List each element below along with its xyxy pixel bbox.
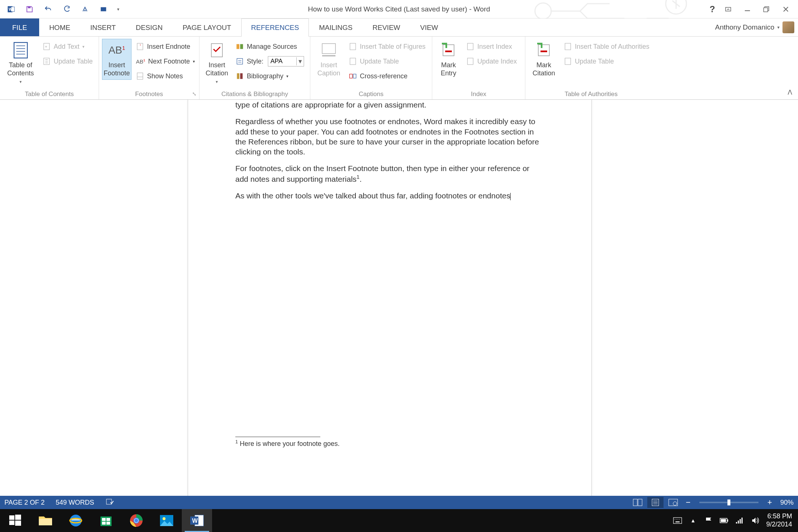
read-mode-icon[interactable] (630, 497, 646, 508)
text-cursor (510, 193, 511, 200)
svg-rect-12 (14, 42, 27, 58)
word-app-icon[interactable]: W (3, 2, 19, 17)
user-account[interactable]: Anthony Domanico ▾ (715, 18, 794, 36)
print-layout-icon[interactable] (647, 497, 664, 508)
mark-citation-button[interactable]: Mark Citation (528, 39, 559, 80)
word-taskbar-icon[interactable]: W (182, 509, 212, 532)
tab-design[interactable]: DESIGN (126, 18, 173, 36)
page-indicator[interactable]: PAGE 2 OF 2 (4, 499, 45, 507)
tab-page-layout[interactable]: PAGE LAYOUT (173, 18, 241, 36)
group-label-footnotes: Footnotes (102, 89, 196, 99)
tab-references[interactable]: REFERENCES (241, 18, 309, 36)
caption-icon (320, 41, 338, 59)
svg-rect-27 (237, 58, 242, 64)
ie-icon[interactable] (61, 509, 91, 532)
insert-authorities-button[interactable]: Insert Table of Authorities (561, 40, 652, 53)
paragraph: type of citations are appropriate for a … (235, 100, 544, 110)
spell-check-icon[interactable] (105, 497, 114, 508)
word-count[interactable]: 549 WORDS (56, 499, 94, 507)
mark-entry-label: Mark Entry (441, 61, 456, 77)
tab-view[interactable]: VIEW (410, 18, 448, 36)
style-combo[interactable]: ▾ (268, 56, 304, 66)
style-value[interactable] (268, 58, 296, 65)
bibliography-button[interactable]: Bibliography ▾ (233, 70, 307, 82)
help-icon[interactable]: ? (706, 3, 718, 15)
web-layout-icon[interactable] (665, 497, 681, 508)
zoom-slider[interactable] (699, 502, 758, 503)
qat-customize-icon[interactable]: ▾ (114, 2, 123, 17)
group-captions: Insert Caption Insert Table of Figures U… (310, 37, 432, 99)
svg-rect-38 (467, 43, 473, 50)
svg-rect-36 (443, 45, 454, 56)
svg-rect-25 (236, 44, 239, 49)
zoom-level[interactable]: 90% (777, 499, 794, 507)
insert-index-button[interactable]: Insert Index (463, 40, 520, 53)
chrome-icon[interactable] (121, 509, 151, 532)
insert-footnote-button[interactable]: AB1 Insert Footnote (102, 39, 132, 80)
tray-chevron-icon[interactable]: ▲ (689, 516, 698, 525)
document-area[interactable]: type of citations are appropriate for a … (0, 100, 798, 496)
svg-rect-46 (638, 499, 642, 506)
flag-icon[interactable] (704, 516, 713, 525)
update-index-button[interactable]: Update Index (463, 55, 520, 68)
tab-mailings[interactable]: MAILINGS (309, 18, 362, 36)
tab-review[interactable]: REVIEW (362, 18, 410, 36)
insert-endnote-button[interactable]: iInsert Endnote (133, 40, 198, 53)
show-notes-button[interactable]: Show Notes (133, 70, 198, 82)
svg-rect-61 (102, 518, 106, 521)
add-text-button[interactable]: +Add Text ▾ (40, 40, 96, 53)
file-explorer-icon[interactable] (30, 509, 61, 532)
collapse-ribbon-icon[interactable]: ᐱ (788, 88, 792, 96)
restore-icon[interactable] (757, 2, 776, 17)
tab-insert[interactable]: INSERT (80, 18, 126, 36)
table-of-contents-button[interactable]: Table of Contents ▾ (3, 39, 38, 87)
cross-reference-button[interactable]: Cross-reference (346, 70, 429, 82)
style-selector[interactable]: Style:▾ (233, 55, 307, 68)
toc-icon (12, 41, 30, 59)
user-name: Anthony Domanico (715, 23, 774, 31)
svg-text:W: W (192, 518, 198, 524)
svg-rect-22 (137, 73, 143, 79)
touch-mode-icon[interactable] (95, 2, 112, 17)
redo-icon[interactable] (58, 2, 75, 17)
undo-icon[interactable] (40, 2, 56, 17)
zoom-out-icon[interactable]: − (683, 498, 693, 507)
group-authorities: Mark Citation Insert Table of Authoritie… (525, 37, 657, 99)
keyboard-icon[interactable] (673, 516, 682, 525)
update-toc-button[interactable]: Update Table (40, 55, 96, 68)
svg-rect-43 (565, 58, 570, 65)
paragraph: Regardless of whether you use footnotes … (235, 116, 544, 157)
close-icon[interactable] (777, 2, 795, 17)
start-button[interactable] (0, 509, 30, 532)
mark-citation-icon (535, 41, 553, 59)
manage-sources-button[interactable]: Manage Sources (233, 40, 307, 53)
quick-print-icon[interactable] (77, 2, 93, 17)
insert-figures-button[interactable]: Insert Table of Figures (346, 40, 429, 53)
clock[interactable]: 6:58 PM 9/2/2014 (766, 512, 792, 528)
svg-rect-79 (675, 521, 679, 522)
store-icon[interactable] (91, 509, 121, 532)
svg-rect-33 (350, 58, 355, 65)
mark-entry-button[interactable]: Mark Entry (435, 39, 462, 80)
next-footnote-button[interactable]: AB1Next Footnote ▾ (133, 55, 198, 68)
save-icon[interactable] (21, 2, 38, 17)
wifi-icon[interactable] (735, 516, 744, 525)
tab-file[interactable]: FILE (0, 18, 39, 36)
battery-icon[interactable] (720, 516, 729, 525)
footnotes-dialog-launcher-icon[interactable]: ⤡ (191, 91, 198, 97)
insert-caption-button[interactable]: Insert Caption (313, 39, 344, 80)
ribbon-display-icon[interactable] (719, 2, 737, 17)
time: 6:58 PM (766, 512, 792, 521)
volume-icon[interactable] (751, 516, 760, 525)
chevron-down-icon[interactable]: ▾ (296, 57, 304, 65)
insert-citation-button[interactable]: Insert Citation ▾ (202, 39, 231, 87)
update-authorities-button[interactable]: Update Table (561, 55, 652, 68)
zoom-in-icon[interactable]: + (764, 498, 775, 507)
photos-icon[interactable] (151, 509, 182, 532)
group-index: Mark Entry Insert Index Update Index Ind… (432, 37, 525, 99)
tab-home[interactable]: HOME (39, 18, 80, 36)
svg-text:W: W (9, 7, 13, 11)
minimize-icon[interactable] (738, 2, 757, 17)
update-captions-button[interactable]: Update Table (346, 55, 429, 68)
page: type of citations are appropriate for a … (188, 100, 592, 496)
